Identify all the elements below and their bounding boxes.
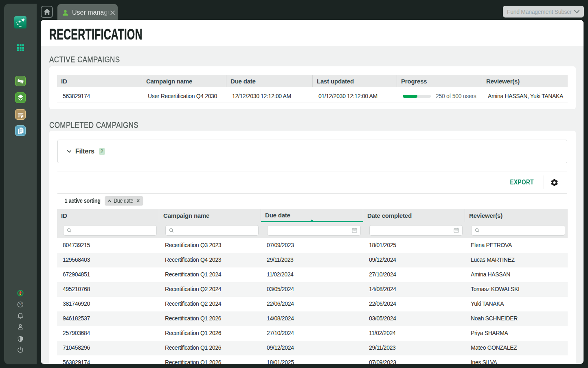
svg-text:?: ? <box>19 302 22 307</box>
